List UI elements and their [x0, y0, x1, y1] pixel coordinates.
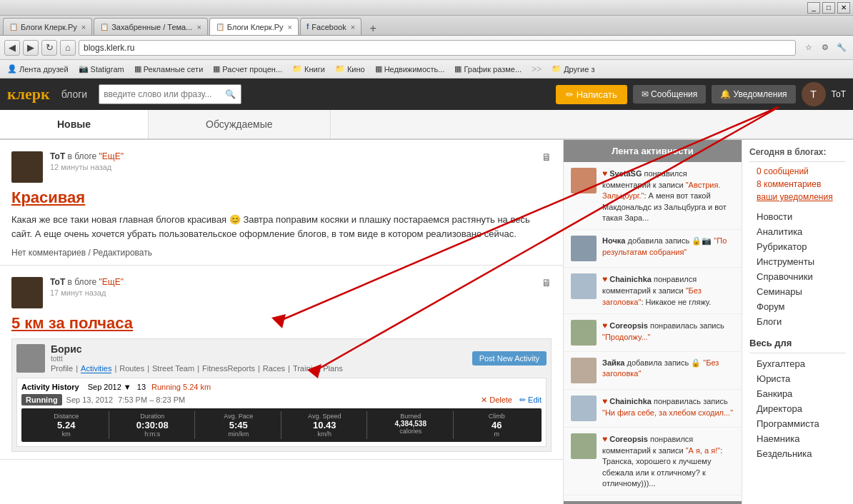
messages-button[interactable]: ✉ Сообщения	[633, 85, 706, 104]
reload-button[interactable]: ↻	[41, 40, 57, 56]
bookmark-statigram[interactable]: 📷 Statigram	[76, 63, 127, 75]
activity-user-5[interactable]: Chainichka	[609, 397, 652, 405]
post-title-1[interactable]: Красивая	[11, 188, 552, 207]
bookmark-grafik[interactable]: ▦ График разме...	[452, 63, 524, 75]
blog-link-1[interactable]: "ЕщЕ"	[99, 151, 124, 161]
comments-count[interactable]: 8 комментариев	[749, 178, 846, 191]
search-button[interactable]: 🔍	[225, 89, 236, 99]
all-for-prog[interactable]: Программиста	[749, 416, 846, 431]
author-name-2[interactable]: ТоТ	[50, 277, 65, 287]
fitness-tab-profile[interactable]: Profile	[51, 364, 73, 373]
bookmark-raschot[interactable]: ▦ Расчет процен...	[210, 63, 285, 75]
tab-discussed[interactable]: Обсуждаемые	[149, 110, 331, 138]
user-name[interactable]: ТоТ	[832, 89, 846, 99]
activity-action-1: добавила запись 🔒📷	[627, 236, 714, 245]
delete-activity-button[interactable]: ✕ Delete	[481, 395, 512, 405]
post-monitor-icon-1[interactable]: 🖥	[542, 151, 552, 163]
back-button[interactable]: ◀	[4, 40, 20, 56]
bookmark-nedvizh[interactable]: ▦ Недвижимость...	[372, 63, 448, 75]
fitness-tab-reports[interactable]: FitnessReports	[202, 364, 255, 373]
notifications-button[interactable]: 🔔 Уведомления	[712, 85, 795, 104]
all-for-buh[interactable]: Бухгалтера	[749, 356, 846, 371]
edit-activity-button[interactable]: ✏ Edit	[519, 395, 542, 405]
messages-count[interactable]: 0 сообщений	[749, 165, 846, 178]
post-title-2[interactable]: 5 км за полчаса	[11, 314, 552, 333]
activity-avatar-1	[571, 236, 597, 261]
nav-item-instruments[interactable]: Инструменты	[749, 254, 846, 269]
nav-link-blogs[interactable]: блоги	[61, 89, 87, 100]
bookmark-lenta[interactable]: 👤 Лента друзей	[4, 63, 71, 75]
bookmark-star-icon[interactable]: ☆	[802, 41, 816, 55]
activity-user-3[interactable]: Coreopsis	[609, 321, 648, 330]
nav-item-news[interactable]: Новости	[749, 209, 846, 224]
fitness-date: Sep 13, 2012 7:53 PM – 8:23 PM	[66, 395, 186, 404]
browser-tab-3[interactable]: 📋 Блоги Клерк.Ру ×	[209, 18, 299, 35]
tab-label-2: Захабренные / Тема...	[111, 23, 192, 31]
activity-avatar-4	[571, 358, 597, 383]
fitness-tab-street[interactable]: Street Team	[152, 364, 194, 373]
blog-preposition-2: в блоге	[68, 277, 97, 287]
notifications-link[interactable]: ваши уведомления	[749, 191, 846, 203]
bookmark-lenta-label: Лента друзей	[19, 65, 69, 74]
fitness-tab-plans[interactable]: Training Plans	[293, 364, 343, 373]
activity-record-6[interactable]: "А я, а я!"	[686, 446, 720, 455]
close-button[interactable]: ✕	[837, 2, 850, 14]
forward-button[interactable]: ▶	[23, 40, 39, 56]
fitness-avatar	[16, 344, 45, 373]
tab-close-1[interactable]: ×	[81, 23, 86, 31]
all-for-naemnik[interactable]: Наемника	[749, 431, 846, 446]
all-for-bank[interactable]: Банкира	[749, 386, 846, 401]
tab-new[interactable]: Новые	[0, 110, 149, 138]
post-new-activity-button[interactable]: Post New Activity	[472, 351, 547, 366]
site-logo[interactable]: клерк	[7, 85, 50, 104]
new-tab-button[interactable]: +	[363, 22, 383, 35]
browser-tab-1[interactable]: 📋 Блоги Клерк.Ру ×	[3, 18, 92, 35]
fitness-tab-routes[interactable]: Routes	[119, 364, 144, 373]
bookmark-other[interactable]: 📁 Другие з	[549, 63, 597, 75]
maximize-button[interactable]: □	[822, 2, 835, 14]
nav-item-blogs[interactable]: Блоги	[749, 314, 846, 329]
activity-user-2[interactable]: Chainichka	[609, 275, 652, 283]
post-monitor-icon-2[interactable]: 🖥	[542, 277, 552, 288]
search-input[interactable]	[104, 89, 225, 99]
settings-icon[interactable]: ⚙	[818, 41, 832, 55]
blog-link-2[interactable]: "ЕщЕ"	[99, 277, 124, 287]
activity-record-3[interactable]: "Продолжу..."	[602, 333, 650, 341]
activity-record-5[interactable]: "Ни фига себе, за хлебом сходил..."	[602, 408, 733, 417]
date-filter[interactable]: Sep 2012 ▼	[88, 383, 131, 391]
nav-item-seminars[interactable]: Семинары	[749, 284, 846, 299]
post-author-info-1: ТоТ в блоге "ЕщЕ" 12 минуты назад	[50, 151, 124, 171]
fitness-tab-activities[interactable]: Activities	[81, 364, 111, 373]
bookmark-knigi[interactable]: 📁 Книги	[289, 63, 328, 75]
minimize-button[interactable]: _	[807, 2, 820, 14]
address-bar[interactable]: blogs.klerk.ru	[79, 40, 796, 56]
statigram-icon: 📷	[79, 64, 89, 74]
tab-close-3[interactable]: ×	[288, 23, 292, 31]
author-name-1[interactable]: ТоТ	[50, 151, 65, 161]
fitness-tab-races[interactable]: Races	[263, 364, 285, 373]
write-button[interactable]: ✏ Написать	[556, 85, 627, 104]
user-avatar[interactable]: Т	[802, 82, 826, 106]
all-for-yurist[interactable]: Юриста	[749, 371, 846, 386]
all-for-bezdel[interactable]: Бездельника	[749, 446, 846, 461]
browser-tab-2[interactable]: 📋 Захабренные / Тема... ×	[94, 18, 208, 35]
bookmark-kino[interactable]: 📁 Кино	[332, 63, 368, 75]
home-button[interactable]: ⌂	[60, 40, 76, 56]
activity-user-6[interactable]: Coreopsis	[609, 435, 648, 443]
bookmark-reklama[interactable]: ▦ Рекламные сети	[131, 63, 206, 75]
tools-icon[interactable]: 🔧	[834, 41, 849, 55]
edit-link-1[interactable]: Редактировать	[93, 248, 152, 258]
nav-item-forum[interactable]: Форум	[749, 299, 846, 314]
activity-user-4[interactable]: Зайка	[602, 358, 624, 367]
activity-user-1[interactable]: Ночка	[602, 236, 625, 245]
all-for-dir[interactable]: Директора	[749, 401, 846, 416]
tab-label-3: Блоги Клерк.Ру	[227, 23, 284, 31]
nav-item-rubrikator[interactable]: Рубрикатор	[749, 239, 846, 254]
fitness-username: tottt	[51, 355, 343, 363]
tab-close-4[interactable]: ×	[351, 23, 355, 31]
tab-close-2[interactable]: ×	[196, 23, 201, 31]
activity-user-0[interactable]: SvetaSG	[609, 169, 642, 178]
nav-item-analytics[interactable]: Аналитика	[749, 224, 846, 239]
browser-tab-4[interactable]: f Facebook ×	[300, 18, 361, 35]
nav-item-spravochniki[interactable]: Справочники	[749, 269, 846, 284]
